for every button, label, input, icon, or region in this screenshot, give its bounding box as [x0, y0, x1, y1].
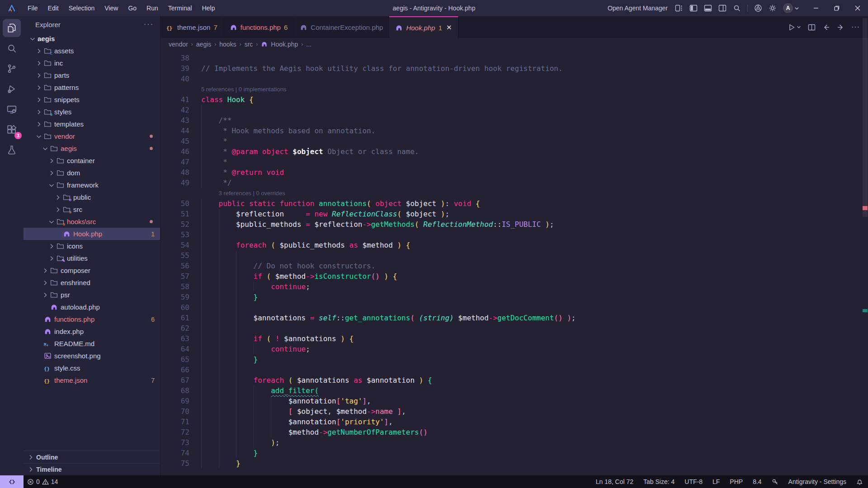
breadcrumb-item[interactable]: ...: [306, 41, 311, 48]
tree-item-utilities[interactable]: ✎utilities: [24, 252, 160, 264]
gear-icon[interactable]: [769, 4, 777, 12]
status-utf-8[interactable]: UTF-8: [679, 478, 708, 485]
tree-item-src[interactable]: ssrc: [24, 203, 160, 216]
chevron-down-icon: [48, 182, 55, 189]
browser-icon[interactable]: [754, 4, 762, 12]
tree-item-vendor[interactable]: vendor: [24, 130, 160, 142]
tree-item-aegis[interactable]: aegis: [24, 33, 160, 45]
codelens[interactable]: 3 references | 0 overrides: [160, 188, 868, 198]
activity-files-icon[interactable]: [3, 19, 21, 37]
account-menu[interactable]: A: [783, 3, 799, 13]
breadcrumb-item[interactable]: aegis: [196, 41, 211, 48]
tab-theme-json[interactable]: {} theme.json 7: [160, 16, 224, 38]
menu-edit[interactable]: Edit: [44, 3, 63, 14]
tree-item-framework[interactable]: framework: [24, 179, 160, 191]
editor-scrollbar[interactable]: [862, 16, 868, 475]
tree-item-patterns[interactable]: patterns: [24, 81, 160, 94]
close-icon[interactable]: ✕: [446, 23, 452, 32]
tree-item-snippets[interactable]: snippets: [24, 94, 160, 106]
restore-button[interactable]: [826, 0, 847, 16]
panel-bottom-icon[interactable]: [704, 4, 712, 12]
explorer-more-actions[interactable]: ···: [144, 20, 154, 28]
section-outline[interactable]: Outline: [24, 451, 160, 463]
split-editor-icon[interactable]: [808, 23, 816, 31]
section-timeline[interactable]: Timeline: [24, 463, 160, 475]
tree-item-icons[interactable]: icons: [24, 240, 160, 252]
agent-manager-icon[interactable]: [675, 4, 683, 12]
status-ln-18-col-72[interactable]: Ln 18, Col 72: [591, 478, 638, 485]
sidebar-title: Explorer: [35, 21, 61, 28]
forward-icon[interactable]: [837, 23, 844, 31]
status-8-4[interactable]: 8.4: [748, 478, 766, 485]
tree-item-assets[interactable]: ::assets: [24, 45, 160, 57]
tree-item-functions-php[interactable]: functions.php6: [24, 313, 160, 325]
scrollbar-thumb[interactable]: [863, 18, 868, 217]
activity-remote-explorer-icon[interactable]: [3, 100, 21, 118]
menu-help[interactable]: Help: [198, 3, 219, 14]
activity-source-control-icon[interactable]: [3, 60, 21, 78]
search-icon[interactable]: [733, 4, 741, 12]
tab-bar: {} theme.json 7 functions.php 6 Containe…: [160, 16, 868, 38]
status-bell-icon[interactable]: [851, 479, 868, 485]
tree-item-readme-md[interactable]: M↓README.md: [24, 338, 160, 350]
tree-item-hook-php[interactable]: Hook.php1: [24, 228, 160, 240]
menu-go[interactable]: Go: [124, 3, 141, 14]
modified-dot: [150, 135, 153, 138]
close-button[interactable]: [847, 0, 868, 16]
tree-item-index-php[interactable]: index.php: [24, 325, 160, 338]
codelens[interactable]: 5 references | 0 implementations: [160, 84, 868, 94]
problems-indicator[interactable]: 0 14: [24, 478, 61, 485]
activity-search-icon[interactable]: [3, 39, 21, 57]
tree-item-hooks-src[interactable]: shooks\src: [24, 216, 160, 228]
back-icon[interactable]: [822, 23, 830, 31]
status-key-icon[interactable]: [767, 479, 783, 485]
tree-item-parts[interactable]: parts: [24, 69, 160, 81]
activity-testing-icon[interactable]: [3, 141, 21, 159]
remote-explorer-icon: [6, 104, 17, 115]
code-editor[interactable]: 38 39 // Implements the Aegis hook utili…: [160, 50, 868, 475]
status-lf[interactable]: LF: [708, 478, 725, 485]
remote-indicator[interactable]: [0, 475, 24, 488]
tree-item-screenshot-png[interactable]: screenshot.png: [24, 350, 160, 362]
status-tab-size-4[interactable]: Tab Size: 4: [638, 478, 679, 485]
code-line-75: 75 }: [160, 458, 868, 469]
tab-functions-php[interactable]: functions.php 6: [224, 16, 294, 38]
panel-right-icon[interactable]: [718, 4, 726, 12]
activity-run-debug-icon[interactable]: [3, 80, 21, 98]
tree-item-public[interactable]: opublic: [24, 191, 160, 203]
folder-icon: s: [63, 206, 71, 213]
breadcrumb-item[interactable]: Hook.php: [271, 41, 298, 48]
tree-item-theme-json[interactable]: {}theme.json7: [24, 374, 160, 386]
tree-item-inc[interactable]: inc: [24, 57, 160, 69]
tree-item-styles[interactable]: sstyles: [24, 106, 160, 118]
run-button[interactable]: [788, 23, 801, 31]
breadcrumb-item[interactable]: vendor: [169, 41, 188, 48]
breadcrumb-item[interactable]: src: [245, 41, 253, 48]
tree-item-enshrined[interactable]: enshrined: [24, 277, 160, 289]
activity-extensions-icon[interactable]: 3: [3, 121, 21, 139]
status-php[interactable]: PHP: [725, 478, 748, 485]
menu-run[interactable]: Run: [142, 3, 162, 14]
breadcrumb[interactable]: vendor›aegis›hooks›src›Hook.php›...: [160, 38, 868, 50]
tab-hook-php[interactable]: Hook.php 1 ✕: [389, 16, 458, 38]
menu-file[interactable]: File: [24, 3, 42, 14]
tree-item-dom[interactable]: dom: [24, 167, 160, 179]
menu-selection[interactable]: Selection: [65, 3, 99, 14]
tree-item-autoload-php[interactable]: autoload.php: [24, 301, 160, 313]
panel-left-icon[interactable]: [689, 4, 698, 12]
tree-item-container[interactable]: container: [24, 155, 160, 167]
menu-terminal[interactable]: Terminal: [164, 3, 196, 14]
breadcrumb-separator: ›: [214, 41, 216, 47]
tree-item-templates[interactable]: templates: [24, 118, 160, 130]
tree-item-style-css[interactable]: {}style.css: [24, 362, 160, 374]
menu-view[interactable]: View: [100, 3, 122, 14]
more-actions-icon[interactable]: ···: [851, 23, 860, 31]
tree-item-composer[interactable]: composer: [24, 264, 160, 277]
tree-item-aegis[interactable]: aegis: [24, 142, 160, 155]
status-antigravity-settings[interactable]: Antigravity - Settings: [783, 478, 851, 485]
open-agent-manager-button[interactable]: Open Agent Manager: [608, 5, 668, 12]
tree-item-psr[interactable]: psr: [24, 289, 160, 301]
minimize-button[interactable]: [806, 0, 826, 16]
breadcrumb-item[interactable]: hooks: [219, 41, 236, 48]
tab-containerexception-php[interactable]: ContainerException.php: [294, 16, 389, 38]
